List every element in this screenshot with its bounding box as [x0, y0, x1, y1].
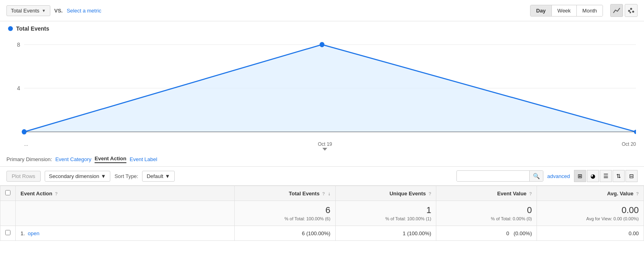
table-row: 1. open 6 (100.00%) 1 (100.00%) 0 (0.00%…	[0, 226, 644, 241]
total-unique-events-cell: 1 % of Total: 100.00% (1)	[335, 201, 436, 226]
period-week-button[interactable]: Week	[552, 5, 577, 16]
row-avg-value-cell: 0.00	[537, 226, 644, 241]
period-day-button[interactable]: Day	[530, 5, 552, 16]
dropdown-arrow-icon: ▼	[42, 8, 46, 13]
select-metric-link[interactable]: Select a metric	[67, 8, 101, 14]
svg-point-2	[632, 11, 634, 13]
dim-event-label[interactable]: Event Label	[130, 156, 157, 162]
line-chart-icon	[613, 7, 620, 14]
event-value-help-icon[interactable]: ?	[529, 191, 532, 196]
metric-label: Total Events	[11, 8, 39, 14]
secondary-dim-arrow-icon: ▼	[101, 173, 106, 179]
dim-event-action[interactable]: Event Action	[95, 155, 126, 163]
table-view-icons: ⊞ ◕ ☰ ⇅ ⊟	[574, 170, 638, 182]
total-event-value-cell: 0 % of Total: 0.00% (0)	[436, 201, 537, 226]
tooltip-arrow-icon	[322, 148, 327, 151]
metric-dropdown[interactable]: Total Events ▼	[6, 5, 50, 16]
legend-label: Total Events	[16, 25, 49, 32]
row-event-action-link[interactable]: open	[28, 230, 39, 236]
svg-point-11	[320, 42, 324, 47]
select-all-checkbox[interactable]	[5, 190, 10, 195]
th-checkbox	[0, 186, 16, 201]
svg-point-1	[630, 8, 632, 10]
dim-event-category[interactable]: Event Category	[55, 156, 91, 162]
svg-text:8: 8	[17, 41, 20, 48]
table-pivot-view-button[interactable]: ⊟	[625, 170, 638, 182]
chart-legend: Total Events	[8, 25, 636, 32]
scatter-chart-icon	[627, 7, 635, 14]
table-compare-view-button[interactable]: ⇅	[613, 170, 625, 182]
table-grid-view-button[interactable]: ⊞	[574, 170, 586, 182]
table-controls: Plot Rows Secondary dimension ▼ Sort Typ…	[0, 167, 644, 186]
chart-section: Total Events 8 4 ... Oct 19 Oct 20	[0, 21, 644, 151]
row-total-events-cell: 6 (100.00%)	[235, 226, 336, 241]
row-unique-events-cell: 1 (100.00%)	[335, 226, 436, 241]
advanced-link[interactable]: advanced	[547, 173, 570, 179]
th-event-value: Event Value ?	[436, 186, 537, 201]
secondary-dimension-select[interactable]: Secondary dimension ▼	[45, 171, 111, 182]
primary-dimension-bar: Primary Dimension: Event Category Event …	[0, 151, 644, 167]
period-buttons-group: Day Week Month	[530, 5, 603, 17]
svg-text:4: 4	[17, 85, 20, 92]
x-axis-label-end: Oct 20	[622, 141, 636, 151]
event-action-help-icon[interactable]: ?	[55, 191, 58, 196]
table-pie-view-button[interactable]: ◕	[587, 170, 599, 182]
sort-arrow-icon: ▼	[165, 173, 170, 179]
svg-point-10	[22, 129, 27, 135]
row-checkbox[interactable]	[5, 230, 10, 235]
th-total-events: Total Events ? ↓	[235, 186, 336, 201]
primary-dim-label: Primary Dimension:	[6, 156, 52, 162]
row-checkbox-cell	[0, 226, 16, 241]
table-total-row: 6 % of Total: 100.00% (6) 1 % of Total: …	[0, 201, 644, 226]
data-table: Event Action ? Total Events ? ↓ Unique E…	[0, 186, 644, 241]
sort-select[interactable]: Default ▼	[142, 171, 174, 182]
svg-point-3	[630, 12, 631, 13]
period-month-button[interactable]: Month	[577, 5, 603, 16]
row-event-value-cell: 0 (0.00%)	[436, 226, 537, 241]
toolbar: Total Events ▼ VS. Select a metric Day W…	[0, 0, 644, 21]
scatter-chart-view-button[interactable]	[625, 4, 638, 17]
sort-type-label: Sort Type:	[114, 173, 138, 179]
th-avg-value: Avg. Value ?	[537, 186, 644, 201]
x-axis-label-start: ...	[24, 141, 28, 151]
total-avg-value-cell: 0.00 Avg for View: 0.00 (0.00%)	[537, 201, 644, 226]
plot-rows-button[interactable]: Plot Rows	[6, 171, 41, 182]
search-button[interactable]: 🔍	[529, 171, 543, 181]
avg-value-help-icon[interactable]: ?	[636, 191, 639, 196]
total-events-cell: 6 % of Total: 100.00% (6)	[235, 201, 336, 226]
th-event-action: Event Action ?	[16, 186, 235, 201]
total-action-cell	[16, 201, 235, 226]
th-unique-events: Unique Events ?	[335, 186, 436, 201]
search-box: 🔍	[456, 170, 543, 182]
table-header-row: Event Action ? Total Events ? ↓ Unique E…	[0, 186, 644, 201]
legend-dot	[8, 26, 13, 31]
search-input[interactable]	[457, 171, 529, 181]
table-list-view-button[interactable]: ☰	[600, 170, 612, 182]
vs-label: VS.	[54, 8, 63, 14]
x-axis-label-center: Oct 19	[318, 141, 332, 151]
total-events-help-icon[interactable]: ?	[322, 191, 325, 196]
total-events-sort-icon[interactable]: ↓	[328, 191, 330, 197]
chart-view-icons	[610, 4, 638, 17]
unique-events-help-icon[interactable]: ?	[429, 191, 431, 196]
line-chart-view-button[interactable]	[610, 4, 623, 17]
svg-point-0	[628, 10, 630, 12]
total-checkbox-cell	[0, 201, 16, 226]
row-event-action-cell: 1. open	[16, 226, 235, 241]
chart-container: 8 4	[8, 36, 636, 141]
chart-svg: 8 4	[8, 36, 636, 141]
svg-point-12	[634, 130, 636, 134]
